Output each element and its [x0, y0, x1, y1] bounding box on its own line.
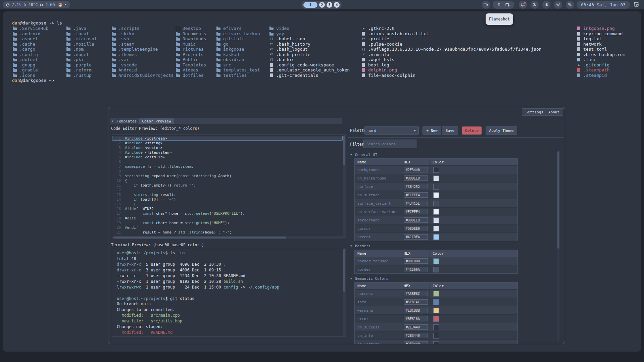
- system-stats[interactable]: 7.4% 48°C 4.6G: [3, 1, 58, 8]
- color-swatch[interactable]: [433, 234, 439, 240]
- file-name: .bashrc: [276, 57, 295, 62]
- color-swatch[interactable]: [433, 217, 439, 223]
- palette-dropdown[interactable]: nord ▼: [364, 126, 419, 135]
- shell-prompt-line[interactable]: dan@darkgoose ~>: [12, 78, 54, 83]
- section-header[interactable]: ▼General UI: [350, 153, 556, 157]
- hex-input[interactable]: #88C0D0: [404, 258, 428, 264]
- collapse-icon[interactable]: ▼: [350, 153, 352, 156]
- collapse-icon[interactable]: ▼: [350, 245, 352, 248]
- hex-input[interactable]: #ECEFF4: [404, 209, 428, 214]
- workspace-4[interactable]: 4: [334, 2, 340, 8]
- hex-input[interactable]: #3B4252: [404, 184, 428, 189]
- text-segment: "HOME": [211, 221, 225, 225]
- ls-entry: #!.bash_profile: [269, 52, 350, 57]
- hex-input[interactable]: #A1CDFA: [404, 234, 428, 240]
- tab-color-preview[interactable]: Color Preview: [139, 118, 174, 124]
- folder-icon: [13, 52, 17, 56]
- line-number: 4: [112, 151, 121, 154]
- file-name: .face: [583, 57, 596, 62]
- flameshot-button[interactable]: [497, 2, 501, 7]
- new-palette-button[interactable]: + New: [423, 126, 441, 135]
- file-name: .pulse-cookie: [368, 42, 402, 47]
- apply-theme-button[interactable]: Apply Theme: [486, 126, 517, 135]
- hex-input[interactable]: #EBCB8B: [404, 308, 428, 313]
- color-swatch[interactable]: [433, 175, 439, 181]
- color-swatch[interactable]: [433, 258, 439, 264]
- folder-icon: [176, 37, 180, 41]
- hex-input[interactable]: #434C5E: [404, 201, 428, 206]
- hex-input[interactable]: #5E81AC: [404, 299, 428, 305]
- workspace-3[interactable]: 3: [327, 2, 332, 8]
- code-line: 15 {: [112, 202, 343, 206]
- column-header: HEX: [401, 282, 430, 289]
- bluetooth-button[interactable]: [531, 1, 539, 9]
- color-swatch[interactable]: [433, 333, 439, 339]
- color-swatch[interactable]: [433, 308, 439, 313]
- screenshot-area-button[interactable]: [505, 2, 510, 7]
- ls-column: DesktopDocumentsDownloadsMusicPicturesPr…: [176, 26, 206, 78]
- collapse-icon[interactable]: ▼: [350, 277, 352, 280]
- color-swatch[interactable]: [433, 291, 439, 297]
- color-swatch[interactable]: [433, 192, 439, 198]
- shell-script-icon: #!: [269, 58, 274, 62]
- hex-input[interactable]: #D8DEE9: [404, 226, 428, 231]
- color-swatch[interactable]: [433, 184, 439, 190]
- text-segment: dan: [12, 78, 20, 83]
- color-swatch[interactable]: [433, 299, 439, 305]
- color-swatch[interactable]: [433, 167, 439, 173]
- color-swatch[interactable]: [433, 267, 439, 272]
- file-name: kaskad: [223, 52, 239, 57]
- ls-entry: boot.log: [361, 62, 542, 68]
- code-horizontal-scrollbar[interactable]: [112, 236, 343, 239]
- workspace-2[interactable]: 2: [319, 2, 325, 8]
- color-swatch[interactable]: [433, 316, 439, 322]
- file-name: file-assoc-dolphin: [368, 73, 415, 78]
- tab-templates[interactable]: Templates: [117, 119, 137, 123]
- shell-indicator[interactable]: ~: [55, 1, 70, 8]
- workspace-1[interactable]: 1: [303, 2, 317, 8]
- hex-input[interactable]: #D8DEE9: [404, 217, 428, 223]
- color-row: surface#3B4252: [355, 182, 517, 191]
- line-number: 8: [112, 169, 121, 173]
- hex-input[interactable]: #2E3440: [404, 333, 428, 338]
- hex-input[interactable]: #2E3440: [404, 324, 428, 330]
- panel-scrollbar[interactable]: [557, 151, 559, 341]
- hex-input[interactable]: #A3BE8C: [404, 291, 428, 296]
- hex-input[interactable]: #2E3440: [404, 167, 428, 172]
- night-light-button[interactable]: [566, 1, 574, 9]
- clock[interactable]: 03:43 Sat, Jan 03: [577, 1, 630, 9]
- terminal-vertical-scrollbar[interactable]: [343, 248, 346, 336]
- code-vertical-scrollbar[interactable]: [343, 135, 346, 239]
- code-text: #else: [125, 216, 136, 220]
- terminal-line: [117, 290, 343, 296]
- volume-button[interactable]: [542, 1, 550, 9]
- color-swatch[interactable]: [433, 324, 439, 330]
- section-header[interactable]: ▼Semantic Colors: [350, 276, 556, 281]
- ls-entry: .steampath: [577, 67, 625, 73]
- color-swatch[interactable]: [433, 209, 439, 215]
- hex-input[interactable]: #ECEFF4: [404, 192, 428, 198]
- screen-record-button[interactable]: [482, 1, 490, 9]
- tray-owl-button[interactable]: [632, 1, 640, 9]
- text-segment: fs =: [147, 164, 158, 169]
- terminal-line: user@host:~/projects$ ls -la: [117, 250, 343, 256]
- hex-input[interactable]: #BF616A: [404, 316, 428, 321]
- color-swatch[interactable]: [433, 341, 439, 344]
- ls-entry: .emulator_console_auth_token: [269, 67, 350, 73]
- file-name: .bash_profile: [276, 52, 310, 57]
- brightness-button[interactable]: [554, 1, 562, 9]
- hex-input[interactable]: #4C566A: [404, 267, 428, 272]
- ls-entry: testfiles: [216, 73, 260, 78]
- color-swatch[interactable]: [433, 226, 439, 231]
- section-header[interactable]: ▼Borders: [350, 244, 556, 248]
- notifications-button[interactable]: [519, 1, 527, 9]
- file-name: .local: [73, 31, 89, 36]
- hex-input[interactable]: #D8DEE9: [404, 175, 428, 181]
- collapse-icon[interactable]: ▼: [112, 120, 113, 123]
- delete-button[interactable]: Delete: [462, 126, 482, 135]
- save-button[interactable]: Save: [442, 126, 458, 135]
- hex-input[interactable]: #2E3440: [404, 341, 428, 344]
- color-swatch[interactable]: [433, 201, 439, 206]
- filter-input[interactable]: [363, 140, 417, 148]
- folder-icon: [112, 63, 116, 67]
